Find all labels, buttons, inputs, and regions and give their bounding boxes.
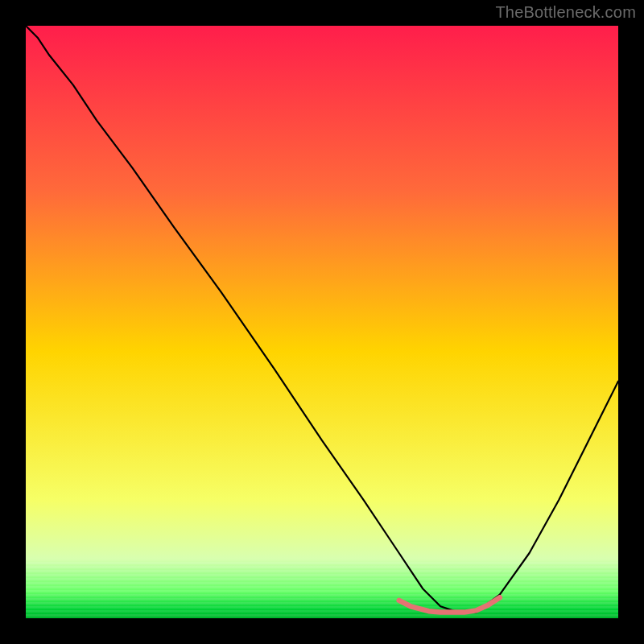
- band-stripe: [26, 614, 618, 617]
- plot-area: [26, 26, 618, 618]
- band-stripe: [26, 602, 618, 605]
- band-stripe: [26, 566, 618, 568]
- band-stripe: [26, 610, 618, 613]
- band-stripe: [26, 578, 618, 580]
- chart-svg: [26, 26, 618, 618]
- band-stripe: [26, 590, 618, 592]
- band-stripe: [26, 582, 618, 584]
- band-stripe: [26, 574, 618, 576]
- band-stripe: [26, 594, 618, 597]
- chart-frame: TheBottleneck.com: [0, 0, 644, 644]
- gradient-background: [26, 26, 618, 618]
- band-stripe: [26, 606, 618, 609]
- band-stripe: [26, 562, 618, 564]
- band-stripe: [26, 570, 618, 572]
- band-stripe: [26, 598, 618, 601]
- band-stripe: [26, 586, 618, 588]
- watermark-text: TheBottleneck.com: [495, 3, 636, 22]
